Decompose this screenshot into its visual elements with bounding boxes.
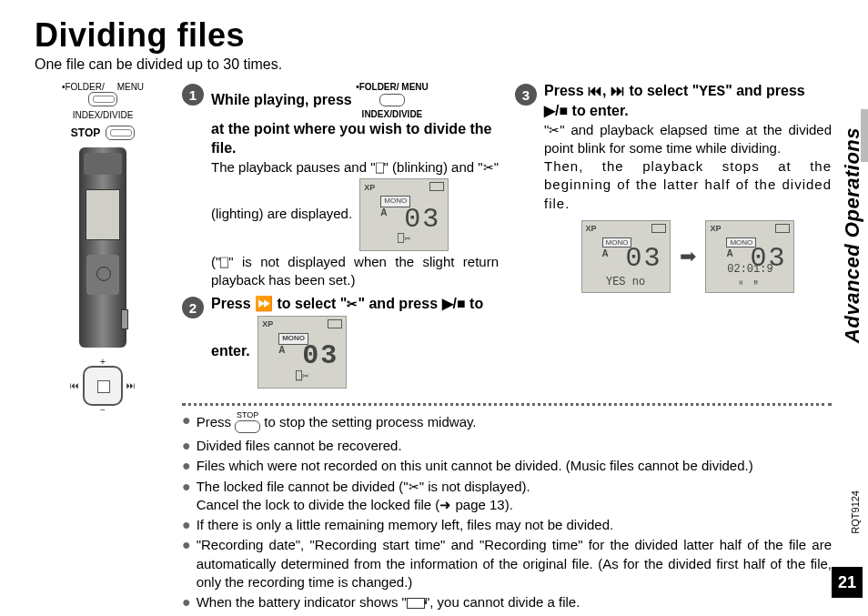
step-3-body: "✂" and playback elapsed time at the div… — [544, 121, 832, 213]
scissors-icon: ✂ — [483, 160, 494, 175]
step-1-body: The playback pauses and "⎕" (blinking) a… — [211, 158, 499, 290]
stop-row: STOP — [35, 126, 171, 140]
col-step-3: 3 Press ⏮, ⏭ to select "YES" and press ▶… — [515, 82, 832, 396]
note-4: ● The locked file cannot be divided ("✂"… — [182, 478, 832, 515]
col-steps-1-2: 1 While playing, press •FOLDER/ MENU IND… — [182, 82, 499, 396]
mini-top: •FOLDER/ MENU — [356, 82, 429, 92]
step-1: 1 While playing, press •FOLDER/ MENU IND… — [182, 82, 499, 289]
step-3: 3 Press ⏮, ⏭ to select "YES" and press ▶… — [515, 82, 832, 295]
step-columns: 1 While playing, press •FOLDER/ MENU IND… — [182, 82, 832, 396]
page-subtitle: One file can be divided up to 30 times. — [35, 56, 832, 73]
lcd-screen-3b: XP MONOA 03 02:01:9H M — [705, 220, 794, 293]
step-1-heading: While playing, press •FOLDER/ MENU INDEX… — [211, 82, 499, 158]
main-area: 1 While playing, press •FOLDER/ MENU IND… — [182, 82, 832, 613]
side-section-label: Advanced Operations — [841, 127, 864, 473]
note-6: ●"Recording date", "Recording start time… — [182, 536, 832, 591]
lcd-screen-3a: XP MONOA 03 YES no — [581, 220, 671, 293]
divider-dotted — [182, 403, 832, 406]
step-1-head-b: at the point where you wish to divide th… — [211, 121, 491, 156]
step-1-badge: 1 — [182, 84, 204, 106]
step-3-heading: Press ⏮, ⏭ to select "YES" and press ▶/■… — [544, 82, 832, 121]
stop-button-icon: STOP — [235, 411, 260, 435]
divide-mark-icon-2: ⎕ — [220, 254, 228, 269]
content: •FOLDER/ MENU INDEX/DIVIDE STOP +− ⏮⏭ — [35, 82, 832, 613]
play-stop-icon-2: ▶/■ — [544, 102, 568, 121]
device-illustration — [79, 147, 126, 348]
ffwd-icon: ⏩ — [255, 296, 273, 311]
page-number: 21 — [832, 567, 863, 598]
divide-mark-icon: ⎕ — [376, 159, 384, 175]
stop-pill — [106, 126, 135, 140]
step-2-heading: Press ⏩ to select "✂" and press ▶/■ to e… — [211, 295, 499, 390]
section-label-text: Advanced Operations — [841, 127, 864, 343]
folder-label: •FOLDER/ — [62, 82, 105, 92]
notes-list: ● Press STOP to stop the setting process… — [182, 411, 832, 611]
scissors-icon-4: ✂ — [409, 480, 419, 494]
skip-fwd-icon: ⏭ — [611, 83, 625, 98]
step-3-lcd-row: XP MONOA 03 YES no ➡ XP MONOA 03 — [544, 218, 832, 295]
skip-back-icon: ⏮ — [588, 83, 602, 98]
button-label-group: •FOLDER/ MENU — [35, 82, 171, 92]
step-3-badge: 3 — [515, 84, 537, 106]
step-2-badge: 2 — [182, 297, 204, 318]
doc-code: RQT9124 — [850, 490, 861, 534]
mini-bot: INDEX/DIVIDE — [362, 109, 423, 119]
stop-label: STOP — [71, 126, 100, 139]
arrow-icon: ➡ — [680, 245, 696, 268]
note-3: ●Files which were not recorded on this u… — [182, 457, 832, 475]
step-1-head-a: While playing, press — [211, 92, 352, 107]
play-stop-icon: ▶/■ — [442, 295, 466, 314]
note-1: ● Press STOP to stop the setting process… — [182, 411, 832, 435]
scissors-icon-3: ✂ — [549, 123, 560, 137]
yes-icon: YES — [699, 84, 725, 100]
menu-label: MENU — [117, 82, 144, 92]
scissors-icon-2: ✂ — [347, 297, 358, 311]
note-2: ●Divided files cannot be recovered. — [182, 437, 832, 455]
note-5: ●If there is only a little remaining mem… — [182, 516, 832, 534]
step-2: 2 Press ⏩ to select "✂" and press ▶/■ to… — [182, 295, 499, 390]
page-title: Dividing files — [35, 16, 832, 55]
index-divide-label: INDEX/DIVIDE — [35, 110, 171, 120]
lcd-screen-1: XP MONOA 03 ⎕✂ — [359, 178, 449, 251]
dpad-illustration: +− ⏮⏭ — [76, 358, 130, 413]
pill-shape — [35, 92, 171, 110]
lcd-screen-2: XP MONOA 03 ⎕✂ — [257, 316, 347, 389]
folder-menu-button-icon: •FOLDER/ MENU INDEX/DIVIDE — [356, 82, 429, 120]
page: Dividing files One file can be divided u… — [0, 0, 868, 616]
left-column: •FOLDER/ MENU INDEX/DIVIDE STOP +− ⏮⏭ — [35, 82, 171, 613]
note-7: ● When the battery indicator shows "", y… — [182, 593, 832, 611]
empty-battery-icon — [407, 598, 425, 609]
